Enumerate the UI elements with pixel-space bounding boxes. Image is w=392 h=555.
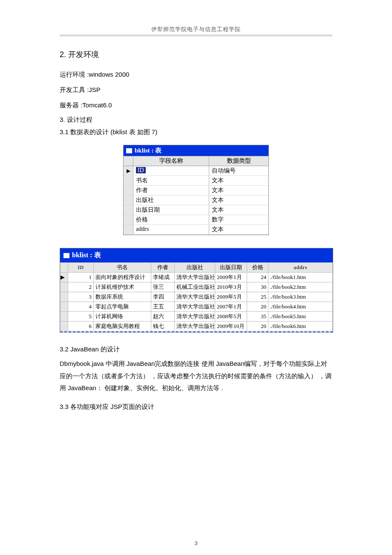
cell-date[interactable]: 2008年5月	[215, 312, 247, 322]
row-selector-icon[interactable]	[124, 196, 133, 205]
table-row[interactable]: 2计算机维护技术张三机械工业出版社2010年3月30./file/book2.h…	[61, 282, 333, 292]
schema-row[interactable]: 书名文本	[124, 176, 268, 186]
cell-name[interactable]: 计算机维护技术	[94, 282, 151, 292]
table-row[interactable]: ▶1面向对象的程序设计李绪成清华大学出版社2009年1月24./file/boo…	[61, 273, 333, 282]
cell-name[interactable]: 家庭电脑实用教程	[94, 322, 151, 331]
schema-header-field: 字段名称	[133, 156, 209, 166]
cell-price[interactable]: 24	[247, 273, 268, 282]
cell-addrs[interactable]: ./file/book6.htm	[268, 322, 333, 331]
table-row[interactable]: 5计算机网络赵六清华大学出版社2008年5月35./file/book5.htm	[61, 312, 333, 322]
row-selector-icon[interactable]	[61, 312, 68, 322]
cell-addrs[interactable]: ./file/book1.htm	[268, 273, 333, 282]
cell-publisher[interactable]: 清华大学出版社	[175, 292, 215, 302]
cell-author[interactable]: 李绪成	[151, 273, 175, 282]
section-3-3-title: 3.3 各功能项对应 JSP页面的设计	[60, 403, 332, 411]
cell-date[interactable]: 2010年3月	[215, 282, 247, 292]
cell-date[interactable]: 2009年10月	[215, 322, 247, 331]
schema-field-type[interactable]: 自动编号	[209, 166, 268, 175]
cell-addrs[interactable]: ./file/book3.htm	[268, 292, 333, 302]
schema-field-type[interactable]: 文本	[209, 196, 268, 205]
cell-price[interactable]: 35	[247, 312, 268, 322]
cell-addrs[interactable]: ./file/book4.htm	[268, 302, 333, 312]
cell-author[interactable]: 张三	[151, 282, 175, 292]
cell-id[interactable]: 3	[68, 292, 94, 302]
row-selector-icon[interactable]	[124, 215, 133, 224]
schema-row[interactable]: 作者文本	[124, 186, 268, 196]
schema-row[interactable]: 价格数字	[124, 215, 268, 225]
schema-window: bklist : 表 字段名称 数据类型 ▶ID自动编号书名文本作者文本出版社文…	[123, 145, 269, 235]
schema-field-name[interactable]: 出版日期	[133, 205, 209, 215]
schema-row[interactable]: 出版日期文本	[124, 205, 268, 215]
data-header-name: 书名	[94, 263, 151, 273]
cell-author[interactable]: 王五	[151, 302, 175, 312]
page-number: 3	[0, 540, 392, 546]
data-window-resize-edge[interactable]	[60, 331, 333, 332]
cell-name[interactable]: 数据库系统	[94, 292, 151, 302]
cell-id[interactable]: 4	[68, 302, 94, 312]
row-selector-icon[interactable]	[124, 176, 133, 185]
row-selector-icon[interactable]	[124, 205, 133, 215]
row-selector-icon[interactable]	[61, 292, 68, 302]
cell-author[interactable]: 赵六	[151, 312, 175, 322]
data-header-pub: 出版社	[175, 263, 215, 273]
cell-id[interactable]: 6	[68, 322, 94, 331]
schema-row[interactable]: addrs文本	[124, 225, 268, 235]
data-header-price: 价格	[247, 263, 268, 273]
schema-field-type[interactable]: 文本	[209, 225, 268, 234]
schema-field-name[interactable]: 出版社	[133, 196, 209, 205]
schema-row[interactable]: 出版社文本	[124, 196, 268, 205]
section-3-title: 3. 设计过程	[60, 116, 332, 124]
schema-field-name[interactable]: addrs	[133, 225, 209, 234]
cell-date[interactable]: 2007年1月	[215, 302, 247, 312]
cell-author[interactable]: 李四	[151, 292, 175, 302]
row-selector-icon[interactable]	[124, 225, 133, 234]
schema-field-name[interactable]: 作者	[133, 186, 209, 195]
cell-addrs[interactable]: ./file/book5.htm	[268, 312, 333, 322]
cell-price[interactable]: 30	[247, 282, 268, 292]
schema-header-type: 数据类型	[209, 156, 268, 166]
schema-field-name[interactable]: 价格	[133, 215, 209, 224]
cell-price[interactable]: 20	[247, 322, 268, 331]
row-selector-icon[interactable]: ▶	[124, 166, 133, 175]
data-window-titlebar: bklist : 表	[60, 248, 333, 262]
cell-author[interactable]: 钱七	[151, 322, 175, 331]
cell-id[interactable]: 5	[68, 312, 94, 322]
cell-publisher[interactable]: 清华大学出版社	[175, 302, 215, 312]
table-row[interactable]: 3数据库系统李四清华大学出版社2009年5月25./file/book3.htm	[61, 292, 333, 302]
cell-publisher[interactable]: 清华大学出版社	[175, 273, 215, 282]
cell-date[interactable]: 2009年5月	[215, 292, 247, 302]
schema-field-type[interactable]: 文本	[209, 205, 268, 215]
cell-name[interactable]: 计算机网络	[94, 312, 151, 322]
row-selector-icon[interactable]	[61, 282, 68, 292]
data-header-addrs: addrs	[268, 263, 333, 273]
schema-window-title: bklist : 表	[135, 147, 161, 155]
data-window-title: bklist : 表	[72, 251, 101, 260]
cell-publisher[interactable]: 清华大学出版社	[175, 312, 215, 322]
schema-field-name[interactable]: ID	[133, 166, 209, 175]
cell-name[interactable]: 零起点学电脑	[94, 302, 151, 312]
cell-price[interactable]: 20	[247, 302, 268, 312]
cell-date[interactable]: 2009年1月	[215, 273, 247, 282]
schema-row[interactable]: ▶ID自动编号	[124, 166, 268, 176]
table-row[interactable]: 6家庭电脑实用教程钱七清华大学出版社2009年10月20./file/book6…	[61, 322, 333, 331]
table-row[interactable]: 4零起点学电脑王五清华大学出版社2007年1月20./file/book4.ht…	[61, 302, 333, 312]
table-icon	[126, 148, 132, 153]
schema-field-type[interactable]: 文本	[209, 176, 268, 185]
cell-id[interactable]: 1	[68, 273, 94, 282]
cell-addrs[interactable]: ./file/book2.htm	[268, 282, 333, 292]
cell-publisher[interactable]: 清华大学出版社	[175, 322, 215, 331]
cell-price[interactable]: 25	[247, 292, 268, 302]
data-header-author: 作者	[151, 263, 175, 273]
schema-field-type[interactable]: 数字	[209, 215, 268, 224]
row-selector-icon[interactable]	[124, 186, 133, 195]
row-selector-icon[interactable]	[61, 302, 68, 312]
cell-name[interactable]: 面向对象的程序设计	[94, 273, 151, 282]
schema-field-type[interactable]: 文本	[209, 186, 268, 195]
row-selector-icon[interactable]	[61, 322, 68, 331]
cell-publisher[interactable]: 机械工业出版社	[175, 282, 215, 292]
schema-field-name[interactable]: 书名	[133, 176, 209, 185]
schema-header-handle	[124, 156, 133, 166]
schema-header-row: 字段名称 数据类型	[124, 156, 268, 166]
cell-id[interactable]: 2	[68, 282, 94, 292]
row-selector-icon[interactable]: ▶	[61, 273, 68, 282]
